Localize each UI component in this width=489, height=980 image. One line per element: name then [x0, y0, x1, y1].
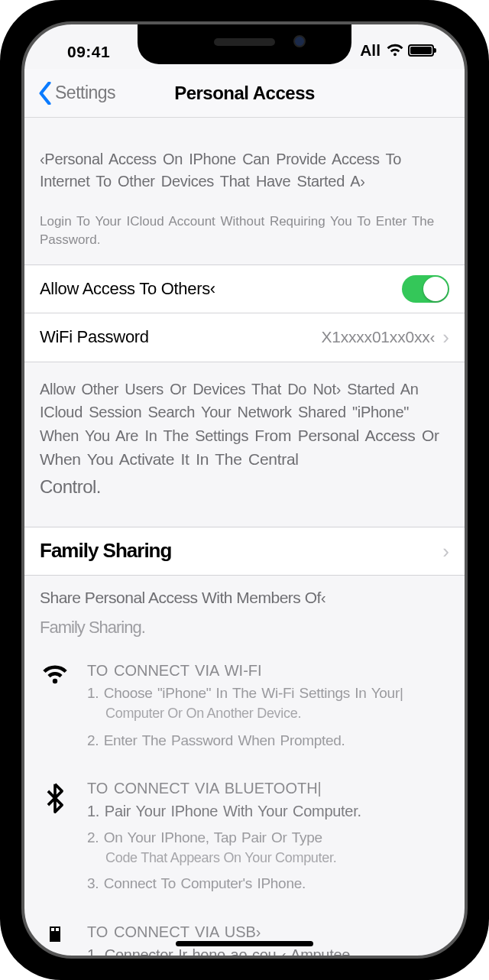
status-carrier: All — [360, 41, 381, 60]
wifi-icon — [40, 662, 70, 751]
back-button[interactable]: Settings — [24, 82, 115, 105]
chevron-left-icon — [38, 82, 52, 105]
instruction-step: 3. Connect To Computer's IPhone. — [87, 873, 361, 894]
back-label: Settings — [55, 83, 115, 103]
wifi-instructions-title: TO CONNECT VIA WI-FI — [87, 662, 403, 680]
volume-down-button — [8, 309, 14, 378]
instruction-substep: Computer Or On Another Device. — [87, 704, 403, 722]
front-camera — [293, 35, 306, 47]
screen: 09:41 All Settings Personal Access ‹Pers… — [24, 24, 465, 956]
description-subtext: Login To Your ICloud Account Without Req… — [24, 211, 465, 264]
allow-access-row[interactable]: Allow Access To Others‹ — [24, 264, 465, 313]
speaker — [214, 38, 275, 46]
phone-frame: 09:41 All Settings Personal Access ‹Pers… — [0, 0, 489, 980]
usb-instructions-title: TO CONNECT VIA USB› — [87, 923, 354, 941]
chevron-right-icon: › — [442, 541, 449, 561]
instruction-substep: Code That Appears On Your Computer. — [87, 849, 361, 867]
family-sharing-label: Family Sharing — [40, 539, 171, 563]
allow-others-description: Allow Other Users Or Devices That Do Not… — [24, 362, 465, 527]
nav-header: Settings Personal Access — [24, 69, 465, 118]
instruction-step: 1. Choose "iPhone" In The Wi-Fi Settings… — [87, 683, 403, 704]
wifi-password-row[interactable]: WiFi Password X1xxxx01xx0xx‹ › — [24, 313, 465, 362]
usb-instructions: TO CONNECT VIA USB› 1. Connector Ir hono… — [24, 917, 465, 956]
family-sharing-subdescription: Family Sharing. — [24, 618, 465, 656]
wifi-instructions: TO CONNECT VIA WI-FI 1. Choose "iPhone" … — [24, 656, 465, 755]
usb-icon — [40, 923, 70, 956]
power-button — [475, 240, 481, 339]
wifi-password-value: X1xxxx01xx0xx‹ — [321, 328, 435, 346]
wifi-icon — [387, 44, 403, 57]
home-indicator[interactable] — [176, 941, 313, 946]
status-time: 09:41 — [67, 43, 110, 61]
volume-up-button — [8, 225, 14, 294]
wifi-password-label: WiFi Password — [40, 327, 149, 347]
bluetooth-icon — [40, 780, 70, 894]
description-text: ‹Personal Access On IPhone Can Provide A… — [24, 118, 465, 211]
bluetooth-instructions-title: TO CONNECT VIA BLUETOOTH| — [87, 780, 361, 797]
side-button — [8, 148, 14, 194]
bluetooth-instructions: TO CONNECT VIA BLUETOOTH| 1. Pair Your I… — [24, 774, 465, 898]
instruction-step: 2. On Your IPhone, Tap Pair Or Type — [87, 827, 361, 849]
allow-access-toggle[interactable] — [402, 275, 449, 303]
instruction-step: 1. Pair Your IPhone With Your Computer. — [87, 800, 361, 823]
instruction-step: 2. Enter The Password When Prompted. — [87, 730, 403, 751]
screen-bezel: 09:41 All Settings Personal Access ‹Pers… — [21, 21, 468, 959]
chevron-right-icon: › — [442, 327, 449, 347]
notch — [138, 24, 351, 64]
family-sharing-row[interactable]: Family Sharing › — [24, 527, 465, 576]
allow-access-label: Allow Access To Others‹ — [40, 279, 215, 299]
battery-icon — [408, 44, 434, 57]
family-sharing-description: Share Personal Access With Members Of‹ — [24, 576, 465, 618]
